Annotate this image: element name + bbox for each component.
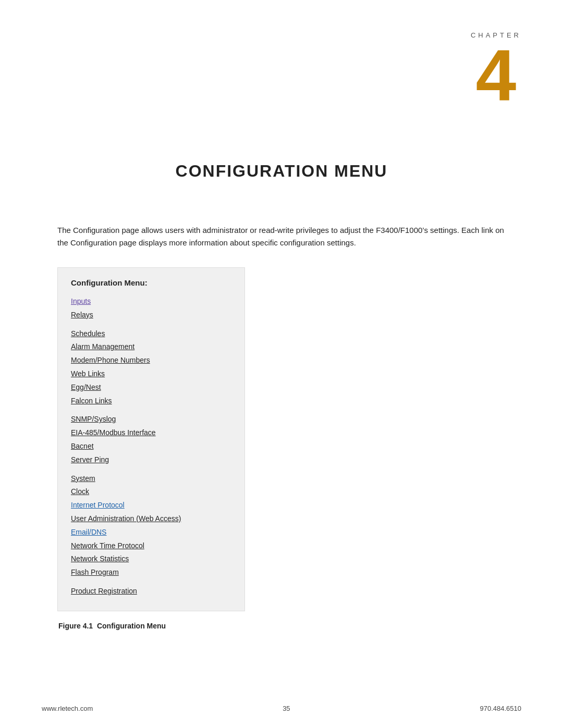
list-item[interactable]: Modem/Phone Numbers — [71, 353, 231, 367]
bacnet-link[interactable]: Bacnet — [71, 442, 94, 450]
eia485-link[interactable]: EIA-485/Modbus Interface — [71, 428, 156, 437]
figure-number: 4.1 — [83, 622, 93, 630]
clock-link[interactable]: Clock — [71, 487, 89, 496]
spacer — [71, 579, 231, 584]
config-menu-box: Configuration Menu: Inputs Relays Schedu… — [57, 267, 245, 611]
list-item[interactable]: SNMP/Syslog — [71, 412, 231, 426]
page: Chapter 4 Configuration Menu The Configu… — [0, 0, 563, 728]
email-dns-link[interactable]: Email/DNS — [71, 528, 106, 536]
list-item[interactable]: System — [71, 472, 231, 485]
list-item[interactable]: Flash Program — [71, 565, 231, 579]
title-text: Configuration Menu — [176, 162, 388, 180]
footer-phone: 970.484.6510 — [480, 705, 521, 712]
system-link[interactable]: System — [71, 474, 95, 483]
page-title-container: Configuration Menu — [0, 162, 563, 181]
list-item[interactable]: Clock — [71, 485, 231, 498]
list-item[interactable]: Server Ping — [71, 453, 231, 466]
spacer — [71, 322, 231, 327]
spacer — [71, 407, 231, 412]
list-item[interactable]: Inputs — [71, 294, 231, 308]
network-stats-link[interactable]: Network Statistics — [71, 554, 129, 563]
modem-phone-link[interactable]: Modem/Phone Numbers — [71, 356, 150, 364]
list-item[interactable]: Email/DNS — [71, 525, 231, 539]
list-item[interactable]: User Administration (Web Access) — [71, 512, 231, 525]
figure-caption: Figure 4.1 Configuration Menu — [57, 622, 506, 630]
list-item[interactable]: Product Registration — [71, 584, 231, 598]
snmp-syslog-link[interactable]: SNMP/Syslog — [71, 415, 116, 423]
chapter-header: Chapter 4 — [471, 31, 521, 112]
egg-nest-link[interactable]: Egg/Nest — [71, 383, 101, 391]
ntp-link[interactable]: Network Time Protocol — [71, 541, 144, 550]
user-admin-link[interactable]: User Administration (Web Access) — [71, 514, 181, 523]
internet-protocol-link[interactable]: Internet Protocol — [71, 501, 125, 509]
figure-label: Figure 4.1 Configuration Menu — [58, 622, 166, 630]
product-registration-link[interactable]: Product Registration — [71, 587, 137, 595]
chapter-number: 4 — [471, 39, 521, 112]
page-footer: www.rletech.com 35 970.484.6510 — [0, 705, 563, 712]
footer-page: 35 — [283, 705, 290, 712]
relays-link[interactable]: Relays — [71, 311, 93, 319]
server-ping-link[interactable]: Server Ping — [71, 455, 109, 464]
web-links-link[interactable]: Web Links — [71, 369, 105, 378]
list-item[interactable]: Egg/Nest — [71, 380, 231, 394]
list-item[interactable]: Internet Protocol — [71, 498, 231, 512]
list-item[interactable]: Network Time Protocol — [71, 539, 231, 552]
list-item[interactable]: Network Statistics — [71, 552, 231, 565]
main-content: The Configuration page allows users with… — [57, 224, 506, 630]
figure-caption-text: Configuration Menu — [97, 622, 166, 630]
list-item[interactable]: Falcon Links — [71, 394, 231, 408]
page-title: Configuration Menu — [0, 162, 563, 181]
falcon-links-link[interactable]: Falcon Links — [71, 397, 112, 405]
inputs-link[interactable]: Inputs — [71, 297, 91, 305]
list-item[interactable]: Bacnet — [71, 439, 231, 453]
flash-program-link[interactable]: Flash Program — [71, 568, 119, 576]
spacer — [71, 466, 231, 472]
intro-paragraph: The Configuration page allows users with… — [57, 224, 506, 249]
list-item[interactable]: Schedules — [71, 327, 231, 340]
schedules-link[interactable]: Schedules — [71, 329, 105, 338]
list-item[interactable]: Web Links — [71, 367, 231, 380]
list-item[interactable]: Alarm Management — [71, 340, 231, 353]
config-menu-heading: Configuration Menu: — [71, 278, 231, 287]
list-item[interactable]: Relays — [71, 308, 231, 322]
list-item[interactable]: EIA-485/Modbus Interface — [71, 426, 231, 439]
footer-website: www.rletech.com — [42, 705, 93, 712]
alarm-management-link[interactable]: Alarm Management — [71, 342, 134, 351]
config-menu-list: Inputs Relays Schedules Alarm Management… — [71, 294, 231, 598]
